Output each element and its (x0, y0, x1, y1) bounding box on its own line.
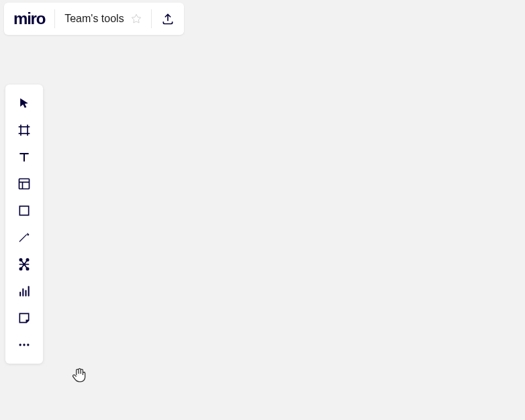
svg-point-12 (19, 259, 21, 261)
select-tool[interactable] (5, 90, 43, 117)
star-icon[interactable] (131, 13, 142, 24)
svg-point-22 (27, 344, 29, 346)
svg-point-15 (26, 268, 28, 270)
svg-rect-11 (19, 206, 28, 215)
svg-point-21 (23, 344, 25, 346)
svg-marker-0 (132, 14, 140, 23)
chart-tool[interactable] (5, 278, 43, 305)
board-title[interactable]: Team's tools (64, 13, 124, 25)
logo[interactable]: miro (13, 9, 45, 28)
sticky-note-tool[interactable] (5, 305, 43, 331)
header-bar: miro Team's tools (4, 3, 184, 35)
rectangle-tool[interactable] (5, 197, 43, 224)
svg-point-14 (19, 268, 21, 270)
hand-cursor-icon (70, 366, 88, 386)
diagram-tool[interactable] (5, 251, 43, 278)
text-tool[interactable] (5, 144, 43, 170)
line-tool[interactable] (5, 224, 43, 251)
templates-tool[interactable] (5, 170, 43, 197)
svg-point-20 (19, 344, 21, 346)
svg-point-13 (26, 259, 28, 261)
frame-tool[interactable] (5, 117, 43, 144)
export-icon[interactable] (161, 12, 175, 25)
svg-rect-8 (19, 179, 30, 189)
toolbar (5, 85, 43, 364)
divider (151, 9, 152, 28)
divider (54, 9, 55, 28)
more-tools[interactable] (5, 331, 43, 358)
